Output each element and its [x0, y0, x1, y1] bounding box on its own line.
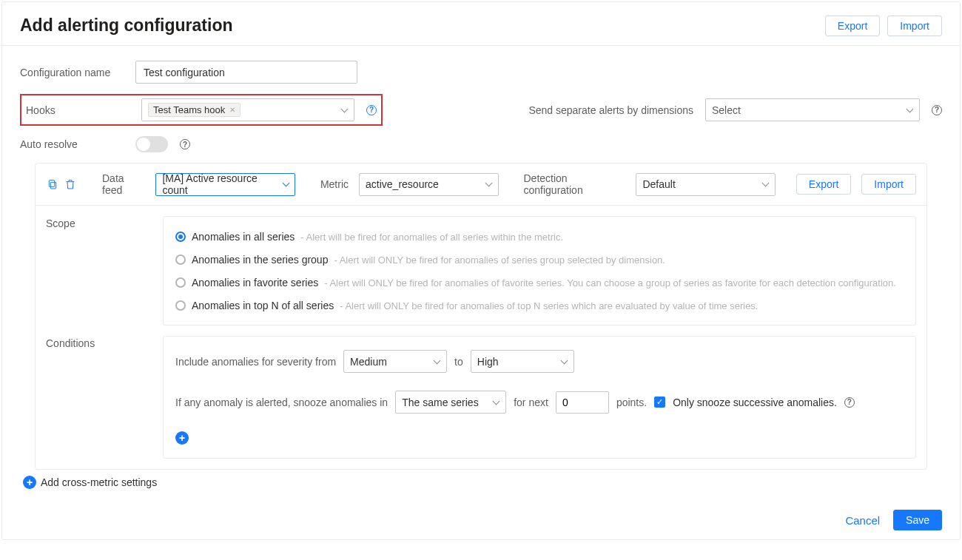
chevron-down-icon [560, 358, 568, 365]
metric-select[interactable]: active_resource [359, 173, 498, 196]
separate-alerts-label: Send separate alerts by dimensions [528, 104, 693, 116]
snooze-scope-value: The same series [402, 397, 478, 408]
chevron-down-icon [906, 107, 913, 114]
scope-option[interactable]: Anomalies in favorite series - Alert wil… [175, 276, 904, 289]
hooks-tag-label: Test Teams hook [153, 104, 225, 115]
hooks-tag-remove-icon[interactable]: ✕ [229, 106, 235, 114]
scope-option[interactable]: Anomalies in the series group - Alert wi… [175, 253, 904, 266]
snooze-scope-select[interactable]: The same series [395, 391, 506, 414]
scope-option[interactable]: Anomalies in all series - Alert will be … [175, 230, 904, 243]
severity-max-value: High [477, 356, 499, 368]
snooze-text-3: points. [616, 397, 647, 408]
radio-icon[interactable] [175, 254, 186, 265]
snooze-successive-checkbox[interactable]: ✓ [654, 397, 665, 408]
chevron-down-icon [485, 181, 492, 188]
export-button[interactable]: Export [825, 16, 880, 36]
scope-option-hint: - Alert will ONLY be fired for anomalies… [324, 277, 896, 289]
copy-icon[interactable] [46, 178, 59, 191]
data-feed-select[interactable]: [MA] Active resource count [155, 173, 295, 196]
data-feed-value: [MA] Active resource count [162, 172, 275, 196]
add-cross-metric-button[interactable]: + Add cross-metric settings [23, 476, 939, 489]
plus-icon: + [23, 476, 36, 489]
scope-option-label: Anomalies in top N of all series [192, 300, 334, 311]
radio-icon[interactable] [175, 277, 186, 288]
hooks-select[interactable]: Test Teams hook ✕ [141, 98, 354, 121]
help-icon[interactable]: ? [844, 397, 855, 408]
scope-option-hint: - Alert will be fired for anomalies of a… [300, 232, 563, 243]
data-feed-label: Data feed [102, 172, 145, 196]
snooze-checkbox-label: Only snooze successive anomalies. [673, 397, 837, 408]
delete-icon[interactable] [64, 178, 77, 191]
help-icon[interactable]: ? [932, 105, 942, 115]
scope-option[interactable]: Anomalies in top N of all series - Alert… [175, 299, 904, 311]
chevron-down-icon [492, 399, 500, 406]
hooks-row-highlight: Hooks Test Teams hook ✕ ? [20, 94, 383, 126]
cancel-button[interactable]: Cancel [841, 510, 884, 530]
scope-option-label: Anomalies in the series group [192, 254, 328, 266]
help-icon[interactable]: ? [366, 105, 377, 115]
chevron-down-icon [340, 107, 348, 114]
radio-icon[interactable] [175, 232, 186, 242]
snooze-text-2: for next [514, 397, 548, 408]
save-button[interactable]: Save [893, 510, 942, 530]
config-name-label: Configuration name [20, 67, 124, 78]
chevron-down-icon [282, 181, 289, 188]
metric-value: active_resource [366, 178, 439, 190]
metric-import-button[interactable]: Import [861, 174, 916, 195]
scope-option-hint: - Alert will ONLY be fired for anomalies… [340, 300, 758, 311]
detection-config-select[interactable]: Default [636, 173, 775, 196]
severity-max-select[interactable]: High [471, 350, 574, 373]
help-icon[interactable]: ? [180, 139, 190, 149]
severity-min-select[interactable]: Medium [343, 350, 447, 373]
detection-config-label: Detection configuration [524, 172, 626, 196]
hooks-tag: Test Teams hook ✕ [148, 103, 240, 117]
scope-label: Scope [46, 216, 149, 325]
add-cross-label: Add cross-metric settings [41, 476, 157, 488]
severity-text: Include anomalies for severity from [175, 356, 336, 368]
auto-resolve-toggle[interactable] [135, 136, 168, 152]
separate-alerts-value: Select [712, 104, 741, 116]
auto-resolve-label: Auto resolve [20, 138, 124, 150]
snooze-points-input[interactable] [556, 391, 609, 414]
snooze-text-1: If any anomaly is alerted, snooze anomal… [175, 397, 388, 408]
hooks-label: Hooks [26, 104, 130, 116]
severity-min-value: Medium [350, 356, 387, 368]
radio-icon[interactable] [175, 300, 186, 311]
chevron-down-icon [761, 181, 769, 188]
page-title: Add alerting configuration [20, 16, 233, 36]
svg-rect-1 [49, 181, 54, 187]
chevron-down-icon [433, 358, 440, 365]
import-button[interactable]: Import [887, 16, 942, 36]
scope-option-label: Anomalies in favorite series [192, 277, 318, 289]
metrics-block: Data feed [MA] Active resource count Met… [35, 163, 927, 470]
svg-rect-0 [50, 182, 56, 189]
config-name-input[interactable] [135, 61, 357, 84]
separate-alerts-select[interactable]: Select [705, 98, 920, 121]
metric-label: Metric [320, 178, 349, 190]
scope-options: Anomalies in all series - Alert will be … [163, 216, 916, 325]
scope-option-hint: - Alert will ONLY be fired for anomalies… [334, 254, 665, 266]
severity-to: to [454, 356, 463, 368]
add-condition-button[interactable]: + [175, 431, 189, 445]
conditions-label: Conditions [46, 336, 149, 459]
metric-export-button[interactable]: Export [796, 174, 851, 195]
detection-config-value: Default [642, 178, 675, 190]
scope-option-label: Anomalies in all series [192, 231, 295, 243]
